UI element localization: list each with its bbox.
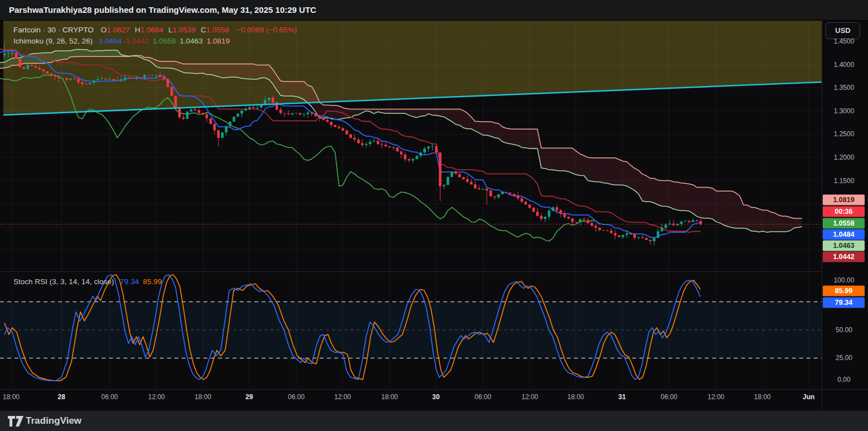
axis-price-tag: 1.0463 (823, 241, 865, 251)
axis-price-tag: 85.99 (823, 286, 865, 296)
price-tick-label: 1.2500 (823, 130, 865, 138)
symbol-legend-row: Fartcoin · 30 · CRYPTO O1.0627H1.0684L1.… (13, 26, 297, 34)
axis-price-tag: 79.34 (823, 298, 865, 308)
change-value: −0.0069 (−0.65%) (236, 26, 297, 34)
tradingview-brand[interactable]: TradingView (26, 411, 82, 431)
stoch-legend-row: Stoch RSI (3, 3, 14, 14, close) 79.3485.… (13, 277, 162, 286)
ohlc-letter: C (201, 26, 206, 34)
time-tick-label: 12:00 (334, 393, 351, 401)
price-tick-label: 1.3500 (823, 84, 865, 92)
price-tick-label: 1.2000 (823, 154, 865, 161)
ohlc-value: 1.0627 (107, 26, 130, 34)
pane-divider[interactable] (0, 271, 822, 272)
axis-price-tag: 1.0442 (823, 252, 865, 262)
price-tick-label: 1.4000 (823, 61, 865, 69)
time-tick-label: 18:00 (567, 393, 584, 401)
time-axis-divider (0, 389, 868, 390)
axis-price-tag: 00:36 (823, 207, 865, 217)
time-tick-label: 06:00 (475, 393, 491, 401)
stoch-tick-label: 100.00 (823, 276, 865, 284)
time-tick-label: 30 (432, 393, 439, 401)
ohlc-letter: O (101, 26, 107, 34)
time-tick-label: 12:00 (708, 393, 724, 401)
page-title: ParshwaTurakhiya28 published on TradingV… (9, 0, 316, 20)
ichimoku-value-1: 1.0442 (126, 37, 149, 45)
tradingview-snapshot: ParshwaTurakhiya28 published on TradingV… (0, 0, 868, 431)
ichimoku-value-2: 1.0558 (153, 37, 176, 45)
time-tick-label: 06:00 (661, 393, 677, 401)
chart-canvas[interactable] (0, 0, 868, 431)
tradingview-logo-icon[interactable] (8, 416, 23, 427)
time-tick-label: 12:00 (148, 393, 165, 401)
ichimoku-values: 1.04841.04421.05581.04631.0819 (95, 37, 230, 45)
time-tick-label: 31 (618, 393, 625, 401)
stoch-label: Stoch RSI (3, 3, 14, 14, close) (13, 277, 114, 286)
ohlc-value: 1.0684 (140, 26, 163, 34)
ichimoku-value-4: 1.0819 (207, 37, 230, 45)
ichimoku-value-3: 1.0463 (179, 37, 202, 45)
price-tick-label: 1.3000 (823, 107, 865, 115)
footer-bar: TradingView (0, 411, 868, 431)
time-tick-label: 06:00 (101, 393, 118, 401)
stoch-tick-label: 50.00 (823, 326, 865, 334)
time-tick-label: 06:00 (288, 393, 305, 401)
ohlc-letter: L (168, 26, 173, 34)
time-tick-label: 18:00 (754, 393, 771, 401)
stoch-tick-label: 25.00 (823, 354, 865, 362)
stoch-tick-label: 0.00 (823, 376, 865, 384)
top-bar: ParshwaTurakhiya28 published on TradingV… (0, 0, 868, 21)
time-tick-label: 18:00 (195, 393, 211, 401)
time-tick-label: 12:00 (521, 393, 538, 401)
stoch-values: 79.3485.99 (116, 277, 162, 286)
time-tick-label: 18:00 (3, 393, 20, 401)
axis-price-tag: 1.0484 (823, 229, 865, 240)
stoch-value-1: 85.99 (143, 277, 162, 286)
symbol-title: Fartcoin · 30 · CRYPTO (13, 26, 94, 34)
axis-divider (822, 20, 822, 411)
ichimoku-value-0: 1.0484 (99, 37, 122, 45)
time-tick-label: 28 (58, 393, 65, 401)
price-tick-label: 1.1500 (823, 177, 865, 185)
axis-price-tag: 1.0819 (823, 195, 865, 205)
axis-price-tag: 1.0558 (823, 218, 865, 229)
ohlc-value: 1.0558 (206, 26, 229, 34)
ohlc-values: O1.0627H1.0684L1.0539C1.0558 (96, 26, 229, 34)
time-tick-label: 29 (245, 393, 253, 401)
stoch-value-0: 79.34 (120, 277, 139, 286)
time-tick-label: Jun (803, 393, 814, 401)
price-tick-label: 1.4500 (823, 37, 865, 45)
ichimoku-legend-row: Ichimoku (9, 26, 52, 26) 1.04841.04421.0… (13, 37, 230, 45)
currency-toggle-button[interactable]: USD (826, 22, 860, 39)
ichimoku-label: Ichimoku (9, 26, 52, 26) (13, 37, 93, 45)
ohlc-letter: H (135, 26, 140, 34)
ohlc-value: 1.0539 (173, 26, 196, 34)
time-tick-label: 18:00 (381, 393, 398, 401)
